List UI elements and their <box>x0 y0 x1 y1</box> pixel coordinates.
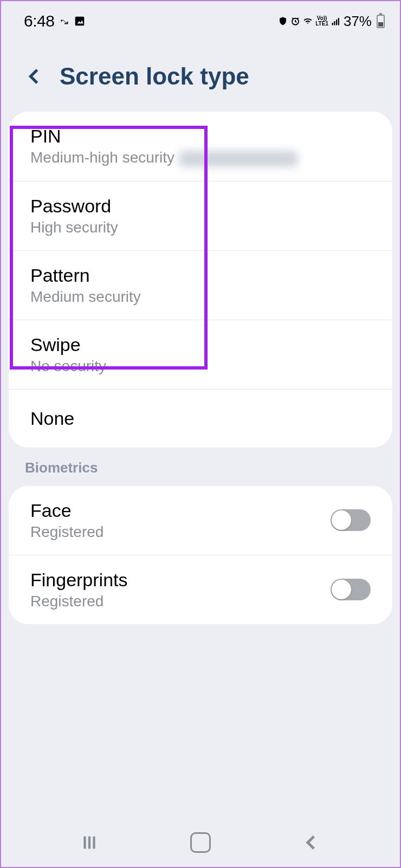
svg-rect-3 <box>332 23 333 25</box>
biometric-title: Fingerprints <box>30 569 128 591</box>
biometric-sub: Registered <box>30 523 104 541</box>
wifi-icon <box>303 16 313 26</box>
biometric-fingerprints[interactable]: Fingerprints Registered <box>9 555 392 624</box>
status-left-icons <box>59 15 86 27</box>
page-title: Screen lock type <box>60 63 249 90</box>
lock-option-pin[interactable]: PIN Medium-high security <box>9 112 392 182</box>
biometric-sub: Registered <box>30 593 128 610</box>
lock-option-pattern[interactable]: Pattern Medium security <box>9 251 392 320</box>
missed-call-icon <box>59 15 70 27</box>
svg-rect-6 <box>338 18 339 25</box>
lock-option-sub: Medium-high security <box>30 149 298 167</box>
image-icon <box>74 15 86 27</box>
lock-option-sub: High security <box>30 219 118 236</box>
svg-rect-4 <box>334 21 335 25</box>
biometrics-card: Face Registered Fingerprints Registered <box>9 486 392 624</box>
biometric-title: Face <box>30 500 104 521</box>
lock-option-sub: No security <box>30 358 106 375</box>
lock-option-title: PIN <box>30 126 298 147</box>
page-header: Screen lock type <box>1 37 400 112</box>
lock-options-card: PIN Medium-high security Password High s… <box>9 112 392 448</box>
nav-home[interactable] <box>184 826 217 859</box>
nav-recents[interactable] <box>73 826 106 859</box>
fingerprints-toggle[interactable] <box>331 579 371 600</box>
biometric-face[interactable]: Face Registered <box>9 486 392 555</box>
signal-icon <box>331 16 341 26</box>
biometrics-label: Biometrics <box>1 448 400 486</box>
status-right: Vo)) LTE1 37% <box>278 13 385 30</box>
nav-bar <box>1 818 400 867</box>
redacted-blur <box>179 151 298 167</box>
status-left: 6:48 <box>24 12 86 30</box>
svg-rect-0 <box>75 17 85 26</box>
lock-option-title: Swipe <box>30 334 106 355</box>
lock-option-none[interactable]: None <box>9 390 392 448</box>
battery-icon <box>377 15 385 28</box>
nav-back[interactable] <box>295 826 328 859</box>
status-bar: 6:48 Vo)) LTE1 <box>1 1 400 37</box>
lock-option-title: None <box>30 408 74 429</box>
svg-rect-5 <box>336 20 337 25</box>
lock-option-password[interactable]: Password High security <box>9 182 392 251</box>
lock-option-title: Password <box>30 196 118 217</box>
lock-option-title: Pattern <box>30 265 141 286</box>
battery-pct: 37% <box>344 13 372 30</box>
back-icon[interactable] <box>25 67 44 86</box>
volte-indicator: Vo)) LTE1 <box>315 16 328 27</box>
face-toggle[interactable] <box>331 509 371 531</box>
lock-option-sub: Medium security <box>30 288 141 306</box>
shield-icon <box>278 16 288 26</box>
status-time: 6:48 <box>24 12 54 30</box>
alarm-icon <box>290 16 300 26</box>
lock-option-swipe[interactable]: Swipe No security <box>9 320 392 390</box>
